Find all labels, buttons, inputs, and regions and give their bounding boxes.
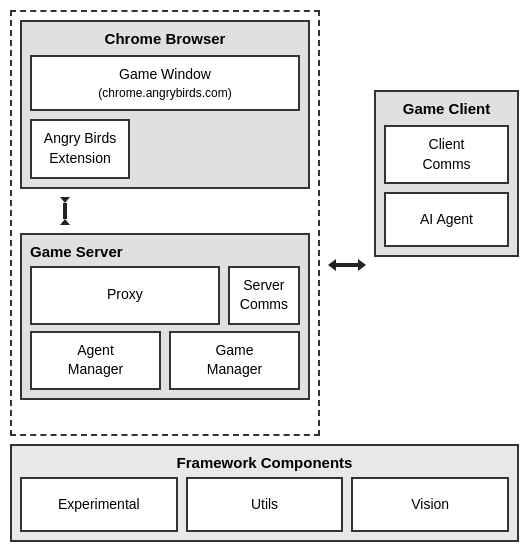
ai-agent-box: AI Agent	[384, 192, 509, 247]
game-client-box: Game Client ClientComms AI Agent	[374, 90, 519, 257]
game-window-label: Game Window	[44, 65, 286, 85]
game-manager-box: GameManager	[169, 331, 300, 390]
chrome-browser-box: Chrome Browser Game Window (chrome.angry…	[20, 20, 310, 189]
experimental-label: Experimental	[58, 495, 140, 515]
chrome-browser-title: Chrome Browser	[30, 30, 300, 47]
game-server-box: Game Server Proxy ServerComms AgentManag…	[20, 233, 310, 400]
game-manager-label: GameManager	[207, 341, 262, 380]
server-top-row: Proxy ServerComms	[30, 266, 300, 325]
utils-label: Utils	[251, 495, 278, 515]
client-comms-label: ClientComms	[422, 135, 470, 174]
svg-marker-0	[60, 197, 70, 203]
vertical-arrow-area	[20, 197, 310, 225]
client-comms-box: ClientComms	[384, 125, 509, 184]
svg-marker-3	[328, 259, 366, 271]
game-window-url: (chrome.angrybirds.com)	[44, 85, 286, 102]
utils-box: Utils	[186, 477, 344, 532]
game-window-box: Game Window (chrome.angrybirds.com)	[30, 55, 300, 111]
server-comms-label: ServerComms	[240, 276, 288, 315]
agent-manager-label: AgentManager	[68, 341, 123, 380]
server-comms-area: ServerComms	[228, 266, 300, 325]
framework-box: Framework Components Experimental Utils …	[10, 444, 519, 542]
game-client-title: Game Client	[384, 100, 509, 117]
agent-manager-box: AgentManager	[30, 331, 161, 390]
proxy-box: Proxy	[30, 266, 220, 325]
left-dashed-container: Chrome Browser Game Window (chrome.angry…	[10, 10, 320, 436]
proxy-label: Proxy	[107, 285, 143, 305]
server-bottom-row: AgentManager GameManager	[30, 331, 300, 390]
ai-agent-label: AI Agent	[420, 210, 473, 230]
angry-birds-extension-label: Angry BirdsExtension	[44, 130, 116, 166]
game-server-title: Game Server	[30, 243, 300, 260]
experimental-box: Experimental	[20, 477, 178, 532]
horizontal-double-arrow-icon	[328, 255, 366, 275]
svg-rect-1	[63, 203, 67, 219]
vision-box: Vision	[351, 477, 509, 532]
vision-label: Vision	[411, 495, 449, 515]
horiz-arrow-area	[328, 255, 366, 436]
server-comms-box: ServerComms	[228, 266, 300, 325]
vertical-double-arrow-icon	[50, 197, 80, 225]
framework-row: Experimental Utils Vision	[20, 477, 509, 532]
svg-marker-2	[60, 219, 70, 225]
angry-birds-extension-box: Angry BirdsExtension	[30, 119, 130, 178]
framework-title: Framework Components	[20, 454, 509, 471]
